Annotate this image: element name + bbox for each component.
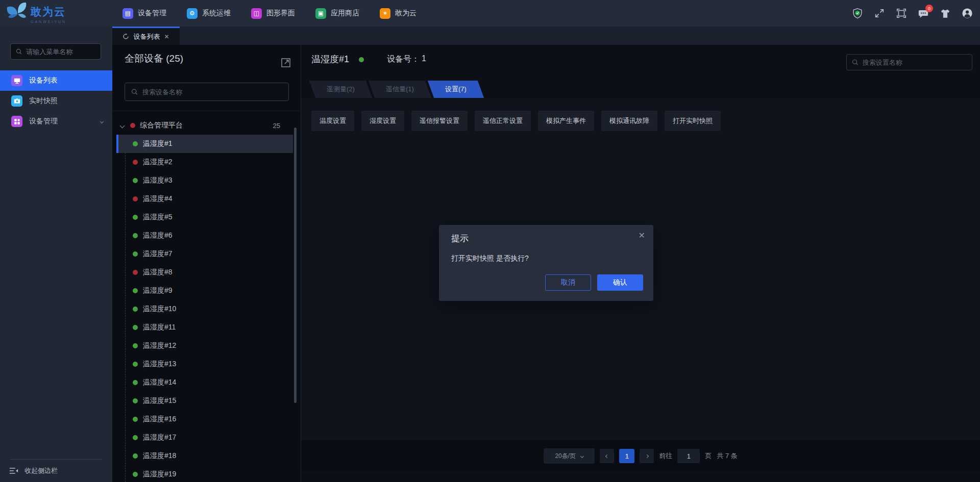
- tree-item-device[interactable]: 温湿度#6: [116, 226, 293, 245]
- dialog-close-icon[interactable]: ✕: [639, 231, 645, 240]
- status-dot: [133, 380, 138, 385]
- tree-item-device[interactable]: 温湿度#15: [116, 392, 293, 410]
- tab-close-icon[interactable]: ✕: [164, 33, 169, 40]
- device-title: 温湿度#1: [311, 53, 349, 65]
- status-dot: [133, 270, 138, 275]
- chevron-down-icon: [100, 119, 104, 123]
- user-avatar[interactable]: [962, 8, 973, 19]
- tree-item-device[interactable]: 温湿度#11: [116, 318, 293, 337]
- tree-item-device[interactable]: 温湿度#18: [116, 447, 293, 465]
- menu-search-box: [10, 43, 101, 60]
- current-page[interactable]: 1: [619, 449, 634, 463]
- screenshot-frame-icon[interactable]: [896, 8, 907, 19]
- tree-scrollbar[interactable]: [294, 128, 297, 403]
- tree-item-device[interactable]: 温湿度#1: [116, 135, 293, 153]
- sidebar-item[interactable]: 设备管理: [0, 111, 112, 132]
- detail-tab[interactable]: 设置(7): [428, 81, 484, 98]
- detail-tab[interactable]: 遥测量(2): [309, 81, 372, 98]
- search-icon: [131, 88, 138, 95]
- dialog-title: 提示: [451, 233, 469, 244]
- nav-item[interactable]: ▣应用商店: [315, 0, 359, 27]
- tree-item-device[interactable]: 温湿度#16: [116, 410, 293, 428]
- sidebar-item[interactable]: 实时快照: [0, 91, 112, 111]
- cloud-icon: ✶: [380, 8, 390, 19]
- tab-label: 设备列表: [133, 32, 160, 41]
- messages-icon[interactable]: 0: [918, 8, 929, 19]
- sidebar-item[interactable]: 设备列表: [0, 70, 112, 91]
- setting-button[interactable]: 遥信正常设置: [475, 111, 531, 131]
- device-tree: 温湿度#1温湿度#2温湿度#3温湿度#4温湿度#5温湿度#6温湿度#7温湿度#8…: [112, 135, 301, 482]
- main-nav: ▤设备管理⚙系统运维◫图形界面▣应用商店✶敢为云: [122, 0, 437, 27]
- security-shield-icon[interactable]: [852, 8, 863, 19]
- tree-item-device[interactable]: 温湿度#9: [116, 282, 293, 300]
- device-no-label: 设备号：: [387, 54, 420, 65]
- tree-item-device[interactable]: 温湿度#10: [116, 300, 293, 318]
- device-panel-title: 全部设备 (25): [125, 52, 183, 65]
- logo-subtitle: GANWEIYUN: [31, 20, 66, 23]
- search-icon: [16, 48, 22, 55]
- open-external-icon[interactable]: [281, 58, 291, 70]
- status-dot: [130, 123, 135, 128]
- setting-button[interactable]: 模拟通讯故障: [601, 111, 657, 131]
- tree-item-device[interactable]: 温湿度#14: [116, 373, 293, 392]
- status-dot: [133, 343, 138, 348]
- fullscreen-icon[interactable]: [874, 8, 885, 19]
- logo-title: 敢为云: [31, 5, 66, 19]
- nav-item[interactable]: ◫图形界面: [251, 0, 295, 27]
- page-label: 页: [705, 451, 712, 461]
- tree-item-device[interactable]: 温湿度#4: [116, 190, 293, 208]
- device-search-box: [125, 83, 289, 101]
- menu-search-input[interactable]: [26, 48, 95, 56]
- status-dot: [133, 453, 138, 459]
- goto-label: 前往: [659, 451, 672, 461]
- status-dot: [133, 196, 138, 201]
- setting-button[interactable]: 湿度设置: [361, 111, 404, 131]
- nav-item[interactable]: ▤设备管理: [122, 0, 166, 27]
- page-size-select[interactable]: 20条/页: [544, 448, 595, 464]
- theme-shirt-icon[interactable]: [940, 8, 951, 19]
- nav-item[interactable]: ✶敢为云: [380, 0, 416, 27]
- setting-button[interactable]: 遥信报警设置: [411, 111, 468, 131]
- tree-item-device[interactable]: 温湿度#3: [116, 171, 293, 190]
- chevron-down-icon[interactable]: [120, 123, 125, 128]
- tree-item-device[interactable]: 温湿度#7: [116, 245, 293, 263]
- goto-page-input[interactable]: [677, 449, 700, 463]
- tree-item-device[interactable]: 温湿度#12: [116, 337, 293, 355]
- tree-item-device[interactable]: 温湿度#19: [116, 465, 293, 482]
- refresh-icon[interactable]: [122, 33, 129, 40]
- message-badge: 0: [925, 5, 933, 12]
- tab-device-list[interactable]: 设备列表 ✕: [112, 27, 180, 45]
- setting-button[interactable]: 模拟产生事件: [538, 111, 594, 131]
- setting-button[interactable]: 温度设置: [311, 111, 354, 131]
- next-page-button[interactable]: [640, 449, 654, 463]
- cancel-button[interactable]: 取消: [545, 274, 591, 291]
- tree-root-row[interactable]: 综合管理平台 25: [112, 116, 301, 135]
- apps-icon: [11, 116, 22, 127]
- chevron-down-icon: [580, 454, 584, 458]
- tree-item-device[interactable]: 温湿度#8: [116, 263, 293, 282]
- setting-button[interactable]: 打开实时快照: [665, 111, 721, 131]
- collapse-icon: [9, 467, 18, 474]
- tree-item-device[interactable]: 温湿度#13: [116, 355, 293, 373]
- status-dot: [133, 251, 138, 257]
- collapse-label: 收起侧边栏: [24, 466, 58, 475]
- device-search-input[interactable]: [142, 88, 282, 96]
- app-logo[interactable]: 敢为云 GANWEIYUN: [5, 1, 66, 27]
- detail-tab[interactable]: 遥信量(1): [369, 81, 431, 98]
- status-dot: [133, 233, 138, 238]
- tree-item-device[interactable]: 温湿度#17: [116, 428, 293, 447]
- tree-item-device[interactable]: 温湿度#2: [116, 153, 293, 171]
- device-list-panel: 全部设备 (25) 综合管理平台 25 温湿度#1温湿度#2温湿度#3温湿度#4…: [112, 45, 301, 482]
- nav-item[interactable]: ⚙系统运维: [187, 0, 231, 27]
- tree-root-count: 25: [273, 122, 280, 130]
- tree-item-device[interactable]: 温湿度#5: [116, 208, 293, 226]
- total-count-label: 共 7 条: [717, 451, 737, 461]
- collapse-sidebar-button[interactable]: 收起侧边栏: [0, 460, 112, 482]
- top-navbar: 敢为云 GANWEIYUN ▤设备管理⚙系统运维◫图形界面▣应用商店✶敢为云 0: [0, 0, 980, 27]
- navbar-right-icons: 0: [852, 0, 973, 27]
- settings-search-input[interactable]: [863, 59, 967, 66]
- tree-root-label: 综合管理平台: [140, 121, 183, 130]
- device-no-value: 1: [422, 54, 426, 63]
- confirm-button[interactable]: 确认: [597, 274, 643, 291]
- prev-page-button[interactable]: [600, 449, 614, 463]
